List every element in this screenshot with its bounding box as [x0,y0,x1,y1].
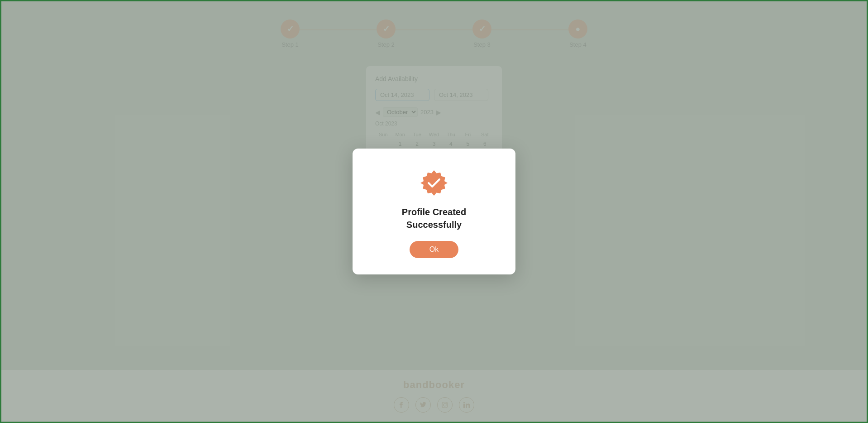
modal-backdrop: Profile CreatedSuccessfully Ok [1,1,867,422]
ok-button[interactable]: Ok [410,241,458,258]
success-badge-icon [420,168,448,197]
modal-title: Profile CreatedSuccessfully [402,206,466,231]
success-modal: Profile CreatedSuccessfully Ok [353,149,515,274]
